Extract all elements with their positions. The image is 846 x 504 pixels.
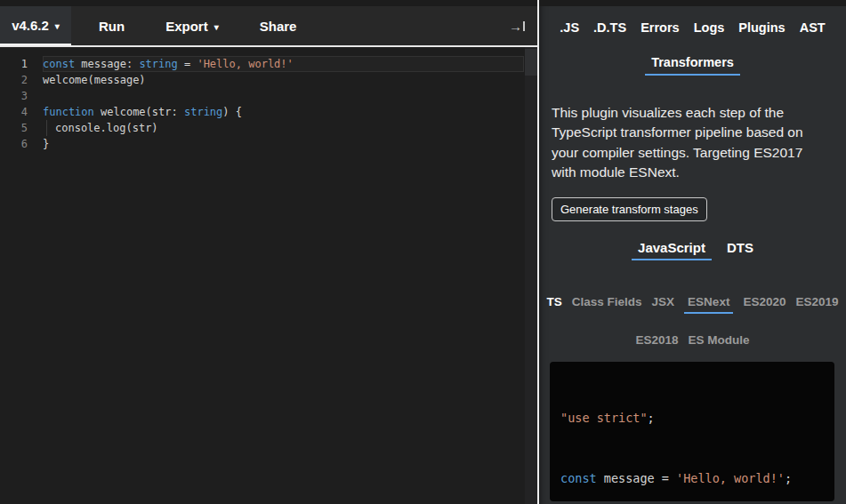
scrollbar-thumb[interactable]: [525, 49, 537, 76]
code-token: =: [178, 58, 197, 70]
code-token: ;: [648, 411, 655, 425]
stage-ts[interactable]: TS: [547, 295, 562, 308]
tab-logs[interactable]: Logs: [694, 20, 725, 35]
line-number: 1: [0, 56, 43, 72]
sidebar-panel: .JS .D.TS Errors Logs Plugins AST Transf…: [539, 0, 846, 504]
tab-dts-output[interactable]: DTS: [727, 240, 753, 255]
share-button[interactable]: Share: [246, 6, 310, 45]
code-line[interactable]: 1 const message: string = 'Hello, world!…: [0, 56, 537, 72]
transformed-code-output: "use strict"; const message = 'Hello, wo…: [550, 362, 834, 501]
code-line[interactable]: 4 function welcome(str: string) {: [0, 104, 537, 120]
code-token: welcome(str:: [94, 106, 184, 118]
code-token: ;: [785, 471, 792, 485]
code-line[interactable]: 3: [0, 88, 537, 104]
code-token: console.log(str): [55, 122, 158, 134]
version-dropdown[interactable]: v4.6.2 ▾: [0, 6, 71, 45]
tab-js[interactable]: .JS: [560, 20, 579, 35]
sidebar-tab-bar: .JS .D.TS Errors Logs Plugins AST: [539, 20, 846, 35]
stage-jsx[interactable]: JSX: [652, 295, 675, 308]
line-number: 3: [0, 88, 43, 104]
window-top-strip: [0, 0, 846, 6]
editor-toolbar: v4.6.2 ▾ Run Export ▾ Share →: [0, 0, 537, 47]
line-number: 6: [0, 136, 43, 152]
code-line[interactable]: 6 }: [0, 136, 537, 152]
code-token: message:: [75, 58, 139, 70]
code-token: string: [139, 58, 177, 70]
code-token: "use strict": [560, 411, 648, 425]
line-number: 2: [0, 72, 43, 88]
output-line: const message = 'Hello, world!';: [560, 468, 834, 488]
panel-resize-handle[interactable]: [537, 0, 539, 504]
caret-down-icon: ▾: [55, 21, 60, 31]
transform-stage-tabs: TS Class Fields JSX ESNext ES2020 ES2019…: [539, 295, 846, 347]
code-token: function: [43, 106, 94, 118]
stage-esnext-selected[interactable]: ESNext: [684, 295, 733, 314]
code-token: 'Hello, world!': [197, 58, 293, 70]
code-token: message =: [597, 471, 676, 485]
export-dropdown[interactable]: Export ▾: [152, 6, 232, 45]
editor-pane: v4.6.2 ▾ Run Export ▾ Share →: [0, 0, 537, 504]
code-token: welcome(message): [43, 74, 146, 86]
typescript-playground: v4.6.2 ▾ Run Export ▾ Share →: [0, 0, 846, 504]
run-label: Run: [99, 19, 125, 34]
stage-es2019[interactable]: ES2019: [795, 295, 838, 308]
export-label: Export: [165, 19, 208, 34]
code-token: const: [43, 58, 75, 70]
code-token: 'Hello, world!': [676, 471, 785, 485]
indent-guide: [46, 120, 55, 136]
code-editor[interactable]: 1 const message: string = 'Hello, world!…: [0, 47, 537, 504]
caret-down-icon: ▾: [214, 22, 219, 32]
stage-es2018[interactable]: ES2018: [635, 333, 678, 347]
line-number: 5: [0, 120, 43, 136]
version-label: v4.6.2: [12, 18, 49, 33]
stage-es2020[interactable]: ES2020: [743, 295, 786, 308]
run-button[interactable]: Run: [85, 6, 138, 45]
code-token: const: [560, 471, 597, 485]
dock-sidebar-right-icon[interactable]: →: [509, 6, 525, 45]
plugin-description: This plugin visualizes each step of the …: [552, 103, 824, 183]
code-line[interactable]: 5 console.log(str): [0, 120, 537, 136]
tab-errors[interactable]: Errors: [641, 20, 680, 35]
code-token: }: [43, 138, 49, 150]
tab-dts[interactable]: .D.TS: [593, 20, 626, 35]
output-line: "use strict";: [560, 408, 834, 428]
generate-transform-stages-button[interactable]: Generate transform stages: [552, 197, 707, 221]
stage-es-module[interactable]: ES Module: [689, 333, 750, 347]
tab-transformers-active[interactable]: Transformers: [645, 55, 740, 76]
tab-javascript-active[interactable]: JavaScript: [632, 240, 712, 260]
line-number: 4: [0, 104, 43, 120]
code-token: ) {: [222, 106, 242, 118]
code-line[interactable]: 2 welcome(message): [0, 72, 537, 88]
code-token: string: [184, 106, 222, 118]
stage-class-fields[interactable]: Class Fields: [572, 295, 642, 308]
output-format-tabs: JavaScript DTS: [539, 240, 846, 260]
share-label: Share: [260, 19, 297, 34]
editor-scrollbar[interactable]: [525, 47, 537, 504]
tab-plugins[interactable]: Plugins: [738, 20, 785, 35]
tab-ast[interactable]: AST: [800, 20, 826, 35]
